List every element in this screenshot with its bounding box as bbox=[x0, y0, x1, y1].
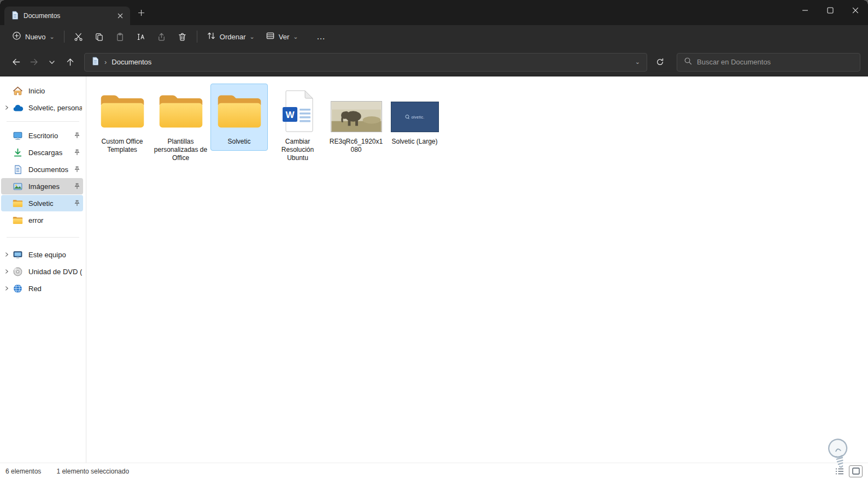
pin-icon bbox=[73, 183, 81, 190]
document-icon bbox=[11, 11, 19, 21]
status-bar: 6 elementos 1 elemento seleccionado bbox=[0, 463, 868, 479]
new-tab-button[interactable] bbox=[134, 6, 148, 19]
pin-icon bbox=[73, 132, 81, 139]
file-name: Custom Office Templates bbox=[95, 138, 149, 154]
thumbnail-text: olvetic. bbox=[411, 115, 424, 119]
address-bar-row: › Documentos ⌄ bbox=[0, 48, 868, 76]
sidebar-item-escritorio[interactable]: Escritorio bbox=[1, 127, 83, 144]
word-document-icon: W bbox=[271, 85, 325, 138]
more-options-button[interactable]: … bbox=[311, 32, 331, 42]
new-plus-icon bbox=[12, 31, 21, 42]
sidebar-item-label: Solvetic, personal bbox=[28, 104, 82, 112]
network-icon bbox=[12, 283, 24, 294]
minimize-button[interactable] bbox=[793, 0, 818, 21]
sidebar-item-inicio[interactable]: Inicio bbox=[1, 82, 83, 99]
title-bar: Documentos bbox=[0, 0, 868, 25]
sidebar-item-dvd-drive[interactable]: Unidad de DVD (D:) bbox=[1, 263, 83, 280]
chevron-down-icon: ⌄ bbox=[250, 34, 255, 40]
search-box[interactable] bbox=[677, 53, 860, 72]
breadcrumb-location[interactable]: Documentos bbox=[112, 58, 151, 66]
toolbar-separator bbox=[197, 31, 197, 43]
navigation-pane: Inicio Solvetic, personal Escritorio bbox=[0, 76, 86, 463]
search-input[interactable] bbox=[697, 58, 853, 66]
sidebar-item-imagenes[interactable]: Imágenes bbox=[1, 178, 83, 194]
share-button[interactable] bbox=[151, 28, 172, 45]
recent-locations-button[interactable] bbox=[44, 54, 60, 70]
downloads-icon bbox=[12, 147, 24, 158]
back-button[interactable] bbox=[8, 54, 24, 70]
sort-button-label: Ordenar bbox=[220, 33, 246, 41]
file-tile-custom-office-templates[interactable]: Custom Office Templates bbox=[93, 84, 151, 159]
close-button[interactable] bbox=[843, 0, 868, 21]
sidebar-item-label: Descargas bbox=[28, 149, 73, 157]
delete-button[interactable] bbox=[172, 28, 193, 45]
file-name: Cambiar Resolución Ubuntu bbox=[271, 138, 325, 162]
sidebar-item-label: Documentos bbox=[28, 165, 73, 174]
solvetic-logo-icon bbox=[404, 114, 410, 120]
file-tile-solvetic-selected[interactable]: Solvetic bbox=[210, 84, 268, 151]
sort-button[interactable]: Ordenar ⌄ bbox=[201, 28, 260, 45]
search-icon bbox=[684, 57, 692, 67]
sidebar-item-label: Unidad de DVD (D:) bbox=[28, 268, 82, 276]
file-tile-re3qrc6-image[interactable]: RE3qRc6_1920x1080 bbox=[327, 84, 385, 159]
image-thumbnail: olvetic. bbox=[388, 85, 442, 138]
rename-button[interactable] bbox=[131, 28, 151, 45]
home-icon bbox=[12, 85, 24, 96]
address-breadcrumb-bar[interactable]: › Documentos ⌄ bbox=[84, 53, 647, 72]
up-button[interactable] bbox=[62, 54, 78, 70]
sidebar-item-solvetic[interactable]: Solvetic bbox=[1, 195, 83, 211]
documents-icon bbox=[12, 164, 24, 175]
sidebar-item-label: Solvetic bbox=[28, 199, 73, 208]
folder-icon bbox=[12, 215, 24, 226]
sidebar-separator bbox=[7, 121, 79, 122]
sort-icon bbox=[207, 31, 216, 42]
folder-icon bbox=[154, 85, 208, 138]
file-list-area[interactable]: Custom Office Templates Plantillas perso… bbox=[86, 76, 868, 463]
sidebar-item-onedrive[interactable]: Solvetic, personal bbox=[1, 99, 83, 116]
main-area: Inicio Solvetic, personal Escritorio bbox=[0, 76, 868, 463]
sidebar-item-descargas[interactable]: Descargas bbox=[1, 144, 83, 161]
sidebar-separator bbox=[7, 237, 79, 238]
tab-documentos[interactable]: Documentos bbox=[4, 7, 130, 25]
view-button[interactable]: Ver ⌄ bbox=[260, 28, 304, 45]
file-explorer-window: Documentos Nuevo ⌄ bbox=[0, 0, 868, 479]
sidebar-item-documentos[interactable]: Documentos bbox=[1, 161, 83, 178]
folder-icon bbox=[12, 198, 24, 209]
file-tile-plantillas-office[interactable]: Plantillas personalizadas de Office bbox=[152, 84, 209, 167]
sidebar-item-label: Imágenes bbox=[28, 182, 73, 191]
dvd-drive-icon bbox=[12, 266, 24, 277]
toolbar-separator bbox=[64, 31, 64, 43]
file-name: RE3qRc6_1920x1080 bbox=[329, 138, 383, 154]
expand-chevron-icon[interactable] bbox=[2, 269, 11, 274]
sidebar-item-este-equipo[interactable]: Este equipo bbox=[1, 246, 83, 263]
pictures-icon bbox=[12, 181, 24, 192]
this-pc-icon bbox=[12, 249, 24, 260]
view-button-label: Ver bbox=[279, 33, 290, 41]
sidebar-item-error[interactable]: error bbox=[1, 212, 83, 228]
pin-icon bbox=[73, 200, 81, 206]
file-name: Solvetic (Large) bbox=[391, 138, 437, 146]
window-controls bbox=[793, 0, 868, 21]
expand-chevron-icon[interactable] bbox=[2, 286, 11, 291]
file-tile-solvetic-large-image[interactable]: olvetic. Solvetic (Large) bbox=[386, 84, 443, 151]
folder-icon bbox=[95, 85, 149, 138]
paste-button[interactable] bbox=[110, 28, 131, 45]
expand-chevron-icon[interactable] bbox=[2, 252, 11, 257]
file-name: Solvetic bbox=[227, 138, 250, 146]
sidebar-item-label: error bbox=[28, 216, 82, 224]
tab-close-button[interactable] bbox=[114, 9, 127, 22]
file-tile-cambiar-resolucion[interactable]: W Cambiar Resolución Ubuntu bbox=[269, 84, 326, 167]
new-button[interactable]: Nuevo ⌄ bbox=[7, 28, 60, 45]
refresh-button[interactable] bbox=[651, 54, 668, 71]
expand-chevron-icon[interactable] bbox=[2, 105, 11, 110]
sidebar-item-label: Red bbox=[28, 285, 82, 293]
forward-button[interactable] bbox=[26, 54, 42, 70]
view-icon bbox=[266, 31, 275, 42]
sidebar-item-red[interactable]: Red bbox=[1, 280, 83, 297]
cut-button[interactable] bbox=[68, 28, 89, 45]
copy-button[interactable] bbox=[89, 28, 110, 45]
file-tiles: Custom Office Templates Plantillas perso… bbox=[93, 84, 868, 167]
maximize-button[interactable] bbox=[818, 0, 843, 21]
selection-status: 1 elemento seleccionado bbox=[56, 468, 129, 475]
address-dropdown-icon[interactable]: ⌄ bbox=[632, 59, 643, 65]
